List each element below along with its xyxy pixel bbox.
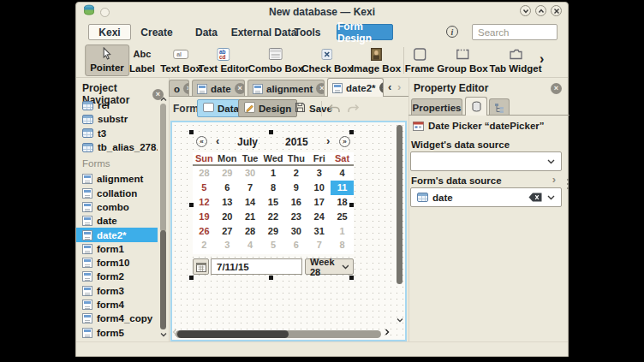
- nav-item-table[interactable]: rel: [76, 98, 158, 112]
- prev-year-icon[interactable]: «: [196, 136, 207, 147]
- selection-handle[interactable]: [349, 130, 354, 134]
- day-cell[interactable]: 17: [307, 195, 331, 210]
- widget-data-source-combo[interactable]: [410, 151, 562, 171]
- toolbar-overflow-button[interactable]: ›: [540, 51, 544, 67]
- menu-tab-kexi[interactable]: Kexi: [88, 24, 131, 40]
- tab-scroll-right-icon[interactable]: ›: [397, 80, 401, 93]
- calendar-month-label[interactable]: July: [237, 136, 258, 148]
- tab-data-source[interactable]: [465, 97, 487, 116]
- day-cell[interactable]: 8: [331, 238, 354, 252]
- scroll-right-icon[interactable]: [385, 323, 390, 339]
- tab-close-icon[interactable]: ×: [235, 83, 245, 94]
- day-cell[interactable]: 30: [284, 223, 307, 238]
- tab-widget-button[interactable]: Tab Widget: [485, 45, 546, 76]
- vertical-scrollbar-thumb[interactable]: [397, 125, 402, 284]
- day-cell[interactable]: 4: [331, 166, 354, 181]
- day-cell[interactable]: 3: [216, 238, 239, 252]
- selection-handle[interactable]: [189, 276, 194, 280]
- scroll-up-icon[interactable]: [159, 97, 168, 102]
- day-cell[interactable]: 24: [307, 209, 331, 223]
- nav-item-form[interactable]: date: [76, 214, 158, 228]
- nav-item-form[interactable]: form4: [76, 298, 158, 312]
- nav-item-form-selected[interactable]: date2*: [76, 228, 158, 241]
- pointer-button[interactable]: Pointer: [85, 45, 129, 76]
- day-cell[interactable]: 23: [284, 209, 307, 223]
- scroll-down-icon[interactable]: [397, 311, 403, 326]
- day-cell[interactable]: 8: [262, 181, 285, 195]
- scrollbar-track-thumb[interactable]: [160, 104, 166, 232]
- day-cell[interactable]: 21: [239, 209, 262, 223]
- selection-handle[interactable]: [189, 130, 194, 134]
- tab-properties[interactable]: Properties: [411, 98, 462, 116]
- week-dropdown[interactable]: Week 28: [305, 258, 354, 275]
- day-cell[interactable]: 12: [193, 195, 216, 210]
- calendar-year-label[interactable]: 2015: [285, 136, 308, 148]
- menu-tab-form-design[interactable]: Form Design: [337, 24, 393, 40]
- selection-handle[interactable]: [269, 130, 273, 134]
- day-cell[interactable]: 30: [239, 166, 262, 181]
- day-cell[interactable]: 13: [216, 195, 239, 210]
- selection-handle[interactable]: [269, 276, 273, 280]
- menu-tab-data[interactable]: Data: [189, 24, 224, 40]
- nav-item-table[interactable]: tb_alias_278...: [76, 140, 158, 154]
- day-cell[interactable]: 1: [262, 166, 285, 181]
- nav-item-form[interactable]: form4_copy: [76, 312, 158, 325]
- day-cell[interactable]: 28: [193, 166, 216, 181]
- window-shade-button[interactable]: [520, 5, 531, 16]
- day-cell[interactable]: 25: [331, 209, 354, 223]
- day-cell[interactable]: 2: [284, 166, 307, 181]
- form-canvas[interactable]: « ‹ July 2015 › » Sun Mon Tue Wed Thu Fr…: [170, 121, 407, 341]
- calendar-popup-button[interactable]: [193, 258, 209, 275]
- day-cell[interactable]: 29: [216, 166, 239, 181]
- window-menu-button[interactable]: [100, 8, 110, 17]
- day-cell[interactable]: 19: [193, 209, 216, 223]
- undo-icon[interactable]: [328, 103, 341, 118]
- nav-item-table[interactable]: t3: [76, 127, 158, 140]
- selection-handle[interactable]: [189, 203, 194, 207]
- nav-item-form[interactable]: alignment: [76, 172, 158, 186]
- canvas-horizontal-scrollbar[interactable]: [176, 330, 381, 338]
- horizontal-scrollbar-thumb[interactable]: [177, 330, 289, 338]
- day-cell[interactable]: 2: [193, 238, 216, 252]
- info-icon[interactable]: i: [446, 26, 458, 38]
- day-cell[interactable]: 6: [216, 181, 239, 195]
- scrollbar-thumb[interactable]: [160, 230, 166, 329]
- day-cell[interactable]: 28: [239, 223, 262, 238]
- menu-tab-create[interactable]: Create: [136, 24, 177, 40]
- tab-widget-tree[interactable]: [489, 98, 510, 116]
- nav-item-form[interactable]: form2: [76, 270, 158, 283]
- day-cell[interactable]: 26: [193, 223, 216, 238]
- nav-item-form[interactable]: form1: [76, 242, 158, 256]
- canvas-vertical-scrollbar[interactable]: [395, 124, 404, 328]
- day-cell[interactable]: 4: [239, 238, 262, 252]
- day-cell[interactable]: 6: [284, 238, 307, 252]
- doc-tab-date[interactable]: date ×: [192, 80, 245, 97]
- day-cell[interactable]: 14: [239, 195, 262, 210]
- day-cell[interactable]: 20: [216, 209, 239, 223]
- doc-tab-date2-active[interactable]: date2* ×: [327, 78, 384, 97]
- day-cell[interactable]: 9: [284, 181, 307, 195]
- navigator-scrollbar[interactable]: [159, 98, 168, 341]
- scroll-down-icon[interactable]: [159, 332, 168, 337]
- day-cell[interactable]: 5: [262, 238, 285, 252]
- day-cell-selected[interactable]: 11: [331, 181, 354, 195]
- window-close-button[interactable]: [551, 5, 562, 16]
- nav-item-form[interactable]: collation: [76, 186, 158, 199]
- day-cell[interactable]: 1: [331, 223, 354, 238]
- day-cell[interactable]: 31: [307, 223, 331, 238]
- prev-month-icon[interactable]: ‹: [216, 134, 219, 147]
- day-cell[interactable]: 3: [307, 166, 331, 181]
- nav-item-form[interactable]: form3: [76, 284, 158, 298]
- go-to-data-source-icon[interactable]: ›: [552, 173, 556, 186]
- doc-tab-alignment[interactable]: alignment ×: [247, 80, 325, 97]
- next-month-icon[interactable]: ›: [326, 134, 330, 147]
- redo-icon[interactable]: [347, 103, 360, 118]
- window-maximize-button[interactable]: [535, 5, 546, 16]
- day-cell[interactable]: 7: [239, 181, 262, 195]
- selection-handle[interactable]: [349, 276, 354, 280]
- tab-close-icon[interactable]: ×: [316, 83, 325, 94]
- clear-icon[interactable]: [528, 193, 542, 202]
- panel-resize-grip[interactable]: [567, 179, 569, 191]
- nav-item-form[interactable]: form5: [76, 325, 158, 339]
- next-year-icon[interactable]: »: [339, 136, 350, 147]
